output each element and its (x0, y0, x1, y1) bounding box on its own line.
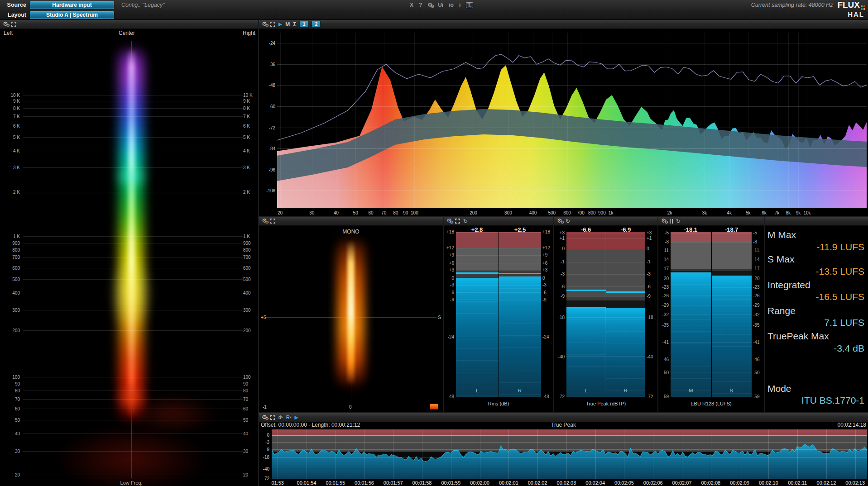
stat-label: S Max (767, 254, 795, 265)
meter-bar-divider (606, 232, 606, 397)
sum-toggle[interactable]: Σ (293, 21, 296, 28)
freq-tick-label-left: 900 (2, 241, 20, 246)
db-gridline (277, 148, 867, 149)
pause-icon[interactable] (670, 219, 673, 224)
freq-tick-label: 6k (762, 210, 767, 215)
timecode-offset-icon[interactable]: dᶜ (278, 415, 283, 420)
settings-gear-icon[interactable]: ⚙⚙ (427, 2, 432, 9)
correlation-indicator[interactable] (430, 404, 438, 410)
timecode-reset-icon[interactable]: Rᶜ (286, 415, 292, 420)
meter-tick-label: -3 (542, 282, 553, 287)
meter-tick-label: -26 (658, 293, 669, 298)
meter-tick-label: -18 (647, 314, 657, 319)
fullscreen-icon[interactable] (270, 22, 275, 27)
meter-tick-label: +9 (443, 253, 454, 257)
panel-settings-gear-icon[interactable]: ⚙⚙ (557, 218, 562, 224)
meter-tick-label: -23 (658, 284, 669, 289)
slot-2-button[interactable]: 2 (312, 21, 321, 28)
freq-tick-label-right: 300 (243, 308, 257, 313)
meter-tick-label: -46 (658, 357, 669, 362)
reset-icon[interactable]: ↻ (463, 219, 468, 224)
timeline-time-label: 00:02:04 (585, 480, 605, 486)
timeline-time-label: 00:02:09 (730, 480, 749, 486)
play-icon[interactable]: ▶ (295, 415, 298, 420)
timeline-title: True Peak (259, 422, 868, 428)
meter-tick-label: -9 (443, 297, 454, 302)
freq-gridline (23, 151, 243, 151)
max-hold-toggle[interactable]: M (285, 21, 290, 28)
meter-bars: LR (566, 232, 646, 398)
center-channel-label: Center (119, 30, 135, 36)
freq-tick-label-right: 40 (243, 431, 257, 436)
meter-caption: EBU R128 (LUFS) (658, 401, 764, 406)
timeline-plot[interactable] (272, 429, 867, 479)
meter-bar-l (456, 232, 499, 397)
freq-tick-label-left: 80 (2, 388, 20, 393)
db-gridline (277, 64, 867, 65)
source-select-button[interactable]: Hardware input (30, 1, 114, 9)
title-box-icon[interactable]: T. (466, 2, 473, 8)
red-wisp (54, 425, 208, 486)
db-tick-label: -24 (260, 41, 275, 46)
freq-gridline (592, 33, 592, 208)
fullscreen-icon[interactable] (11, 22, 16, 27)
fullscreen-icon[interactable] (270, 219, 275, 224)
freq-gridline (474, 33, 474, 208)
minus-s-label: -S (436, 315, 441, 320)
meter-tick-label: -26 (753, 293, 764, 298)
ui-setup-icon[interactable]: Ui (438, 2, 443, 8)
freq-tick-label: 30 (309, 210, 314, 215)
freq-tick-label-right: 80 (243, 388, 257, 393)
help-icon[interactable]: ? (419, 2, 422, 8)
source-label: Source (0, 2, 26, 8)
panel-settings-gear-icon[interactable]: ⚙⚙ (3, 21, 8, 28)
slot-1-button[interactable]: 1 (299, 21, 308, 28)
freq-tick-label: 50 (353, 210, 358, 215)
timeline-time-label: 00:02:13 (845, 480, 865, 486)
meter-channel-label: L (566, 388, 606, 393)
freq-gridline (567, 33, 568, 208)
ebu-r128-meter-panel: ⚙⚙ ↻ -18.1-18.7-5-8-11-14-17-20-23-26-29… (658, 217, 764, 412)
info-icon[interactable]: i (459, 2, 460, 8)
db-gridline (277, 128, 867, 128)
stat-value: -3.4 dB (834, 343, 864, 354)
fullscreen-icon[interactable] (270, 415, 275, 420)
meter-tick-label: -72 (647, 394, 657, 399)
true-peak-timeline-panel: ⚙⚙ dᶜ Rᶜ ▶ Offset: 00:00:00:00 - Length:… (259, 413, 868, 486)
timeline-db-scale: 0-3-9-18-40-72 (259, 429, 271, 479)
freq-tick-label-right: 60 (243, 406, 257, 411)
freq-tick-label: 800 (588, 210, 596, 215)
fullscreen-icon[interactable] (455, 219, 460, 224)
db-tick-label: -36 (260, 62, 275, 67)
stat-value: -13.5 LUFS (816, 266, 864, 277)
meter-tick-label: -29 (658, 302, 669, 307)
meter-peak-line (499, 273, 541, 274)
freq-tick-label: 1k (609, 210, 614, 215)
panel-settings-gear-icon[interactable]: ⚙⚙ (262, 218, 267, 224)
reset-icon[interactable]: ↻ (566, 219, 570, 224)
io-setup-icon[interactable]: io (449, 2, 454, 8)
meter-channel-label: R (606, 388, 645, 393)
meter-body: +18+12+9+6+30-3-6-9-24-48+18+12+9+6+30-3… (444, 232, 553, 398)
panel-settings-gear-icon[interactable]: ⚙⚙ (446, 218, 452, 224)
ebu-meter-header: ⚙⚙ ↻ (658, 217, 764, 226)
freq-tick-label: 70 (381, 210, 386, 215)
meter-peak-line (606, 291, 645, 293)
glow-yellow (109, 253, 154, 335)
panel-settings-gear-icon[interactable]: ⚙⚙ (262, 21, 267, 28)
low-freq-label: Low Freq. (0, 480, 263, 486)
freq-gridline (23, 126, 243, 126)
stat-value: ITU BS.1770-1 (801, 395, 864, 406)
freq-tick-label-right: 900 (243, 241, 257, 246)
freq-tick-label-left: 700 (2, 255, 20, 260)
panel-settings-gear-icon[interactable]: ⚙⚙ (661, 218, 667, 224)
meter-tick-label: -5 (753, 230, 764, 235)
timeline-second-line (797, 429, 798, 479)
timeline-second-line (537, 429, 538, 479)
close-icon[interactable]: X (410, 2, 413, 8)
play-icon[interactable]: ▶ (278, 22, 282, 27)
reset-icon[interactable]: ↻ (676, 219, 681, 224)
timeline-db-label: -72 (259, 476, 269, 481)
panel-settings-gear-icon[interactable]: ⚙⚙ (262, 414, 267, 421)
layout-select-button[interactable]: Studio A | Spectrum (30, 11, 114, 19)
